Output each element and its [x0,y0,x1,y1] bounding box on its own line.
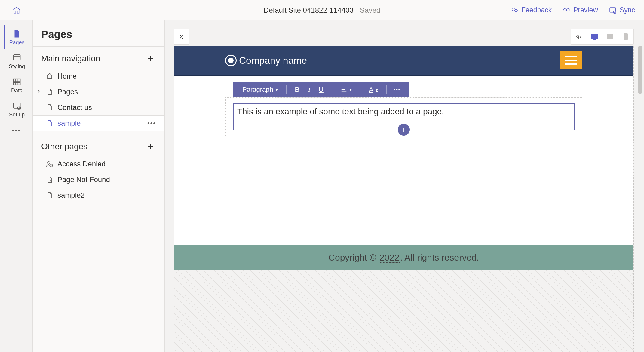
rail-setup[interactable]: Set up [4,97,28,122]
mobile-icon [623,33,628,40]
separator [332,85,332,94]
text-block-outer: This is an example of some text being ad… [225,97,582,136]
page-icon [12,29,21,38]
other-pages-header: Other pages [33,140,164,156]
nav-item-access-denied[interactable]: Access Denied [33,156,164,172]
svg-point-1 [515,9,517,12]
plus-icon [147,55,155,63]
feedback-label: Feedback [521,6,552,14]
sync-button[interactable]: Sync [609,6,635,14]
nav-item-label: sample [57,119,81,128]
rail-setup-label: Set up [9,112,25,118]
resize-handle-button[interactable] [174,29,189,45]
tablet-view-button[interactable] [602,29,618,44]
svg-point-2 [566,9,567,11]
nav-item-label: Pages [57,88,78,96]
rail-pages[interactable]: Pages [4,25,28,49]
user-denied-icon [46,160,53,168]
nav-item-label: Access Denied [57,160,106,168]
italic-button[interactable]: I [304,82,314,97]
nav-item-pages[interactable]: Pages [33,84,164,100]
page-icon [46,88,53,95]
device-toolbar [571,29,634,45]
site-title: Default Site 041822-114403 - Saved [264,6,380,14]
data-icon [12,77,21,86]
separator [360,85,360,94]
scrollbar[interactable] [638,46,642,352]
svg-point-0 [512,8,515,11]
chevron-right-icon[interactable] [36,88,42,96]
add-content-button[interactable]: + [398,124,410,136]
rail-data[interactable]: Data [4,73,28,97]
burger-menu-button[interactable] [560,51,582,69]
nav-item-label: Contact us [57,103,92,112]
preview-label: Preview [573,6,598,14]
home-icon [46,73,53,80]
sync-icon [609,6,617,14]
separator [286,85,287,94]
page-search-icon [46,176,53,183]
svg-point-9 [48,162,50,164]
nav-item-not-found[interactable]: Page Not Found [33,172,164,187]
company-logo[interactable]: Company name [225,55,307,66]
footer-suffix: . All rights reserved. [400,252,479,262]
add-main-nav-button[interactable] [145,53,156,64]
nav-item-sample[interactable]: sample ••• [33,115,164,131]
topbar-actions: Feedback Preview Sync [511,6,635,14]
more-options-button[interactable]: ••• [391,87,404,92]
nav-item-contact[interactable]: Contact us [33,100,164,115]
other-pages-section: Other pages Access Denied Page Not Found [33,134,164,206]
sync-label: Sync [620,6,635,14]
main-nav-title: Main navigation [41,54,100,63]
preview-frame: Company name Paragraph ▾ B I [174,46,634,352]
svg-rect-7 [14,103,20,108]
font-color-dropdown[interactable]: A ▾ [365,82,382,97]
site-footer: Copyright © 2022. All rights reserved. [174,245,633,270]
separator [386,85,387,94]
resize-icon [178,33,185,40]
code-view-button[interactable] [571,29,587,44]
editor-block[interactable]: Paragraph ▾ B I U ▾ [225,97,582,136]
page-icon [46,192,53,199]
bold-button[interactable]: B [291,82,304,97]
svg-rect-14 [607,34,613,39]
rail-pages-label: Pages [9,39,24,46]
align-dropdown[interactable]: ▾ [336,82,356,97]
nav-item-sample2[interactable]: sample2 [33,187,164,203]
panel-header: Pages [33,20,164,46]
setup-icon [12,101,21,110]
footer-prefix: Copyright © [328,252,379,262]
canvas-tools-left [174,29,189,45]
nav-item-label: sample2 [57,191,85,199]
rich-text-editor[interactable]: This is an example of some text being ad… [233,103,575,130]
paragraph-label: Paragraph [242,86,273,94]
site-body: Paragraph ▾ B I U ▾ [174,76,633,245]
desktop-view-button[interactable] [587,29,602,44]
svg-rect-12 [591,34,598,39]
body-area: Pages Styling Data Set up ••• Pages Mai [0,20,644,352]
add-other-page-button[interactable] [145,141,156,152]
page-icon [46,104,53,111]
scrollbar-thumb[interactable] [638,46,642,94]
footer-year[interactable]: 2022 [379,252,400,263]
rail-styling-label: Styling [9,63,25,70]
nav-item-label: Page Not Found [57,175,110,184]
main-nav-header: Main navigation [33,52,164,68]
home-button[interactable] [9,3,24,18]
site-header: Company name [174,46,633,76]
paragraph-dropdown[interactable]: Paragraph ▾ [238,82,282,97]
chevron-down-icon: ▾ [376,88,378,92]
underline-button[interactable]: U [314,82,328,97]
plus-icon [147,143,155,150]
rail-data-label: Data [11,88,23,94]
nav-item-home[interactable]: Home [33,68,164,84]
page-icon [46,120,53,127]
rail-styling[interactable]: Styling [4,49,28,73]
nav-item-more[interactable]: ••• [147,119,156,127]
rail-more[interactable]: ••• [4,122,28,140]
editor-text: This is an example of some text being ad… [237,107,444,116]
mobile-view-button[interactable] [618,29,633,44]
feedback-button[interactable]: Feedback [511,6,552,14]
other-pages-title: Other pages [41,142,87,151]
preview-button[interactable]: Preview [563,6,598,14]
